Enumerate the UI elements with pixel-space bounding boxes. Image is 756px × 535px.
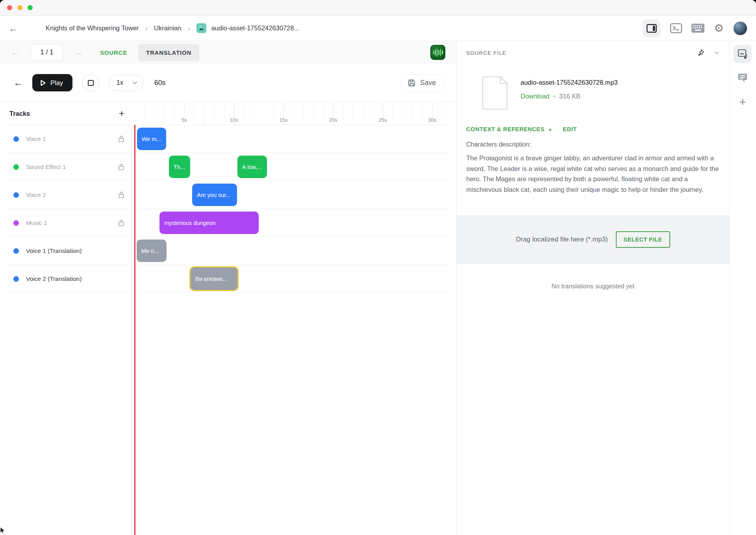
track-color-dot <box>13 248 19 254</box>
play-button[interactable]: Play <box>32 74 72 91</box>
track-row[interactable]: Voice 1 (Translation)Ми п... <box>0 237 456 265</box>
track-name: Music 1 <box>26 219 47 227</box>
timeline-clip[interactable]: Ви впевне... <box>191 268 237 290</box>
track-label: Sound Effect 1 <box>0 153 135 181</box>
view-bar: ← 1 / 1 → SOURCE TRANSLATION <box>0 41 456 64</box>
edit-link[interactable]: EDIT <box>563 126 576 132</box>
rewind-to-start-button[interactable]: ← <box>13 77 23 88</box>
ruler-tick <box>274 102 274 125</box>
playback-speed-select[interactable]: 1x <box>109 75 143 91</box>
lock-icon <box>118 191 124 199</box>
main-area: ← 1 / 1 → SOURCE TRANSLATION ← Play 1x <box>0 41 756 535</box>
lock-button[interactable] <box>118 191 124 199</box>
track-name: Voice 2 <box>26 191 46 199</box>
track-color-dot <box>13 164 19 170</box>
track-row[interactable]: Voice 1We m... <box>0 125 456 153</box>
user-avatar[interactable] <box>733 21 747 35</box>
ruler-label: 10s <box>229 117 239 123</box>
panel-layout-toggle-button[interactable] <box>643 19 661 37</box>
lock-button[interactable] <box>118 219 124 227</box>
mouse-cursor <box>0 527 6 534</box>
zoom-window-button[interactable] <box>28 5 33 10</box>
ruler-tick <box>393 102 393 125</box>
track-row[interactable]: Voice 2Are you sur... <box>0 181 456 209</box>
chevron-right-icon: › <box>145 24 148 33</box>
save-button[interactable]: Save <box>400 75 443 91</box>
timeline-clip[interactable]: A low,... <box>237 156 267 178</box>
track-label: Voice 1 <box>0 125 135 153</box>
track-row[interactable]: Voice 2 (Translation)Ви впевне... <box>0 265 456 293</box>
pin-icon[interactable] <box>696 48 705 57</box>
track-color-dot <box>13 220 19 226</box>
minimize-window-button[interactable] <box>17 5 22 10</box>
ruler-tick <box>422 102 423 125</box>
tab-source[interactable]: SOURCE <box>100 49 127 56</box>
stop-icon <box>88 80 94 86</box>
source-file-row: audio-asset-1755242630728.mp3 Download •… <box>457 65 729 110</box>
comments-tab-button[interactable] <box>737 73 748 84</box>
track-row[interactable]: Music 1mysterious dungeon <box>0 209 456 237</box>
prev-page-button[interactable]: ← <box>11 47 20 58</box>
timeline-clip[interactable]: Are you sur... <box>192 184 237 206</box>
select-file-button[interactable]: SELECT FILE <box>616 231 670 248</box>
next-page-button[interactable]: → <box>74 47 83 58</box>
keyboard-icon[interactable] <box>691 24 704 33</box>
comment-icon <box>737 73 748 83</box>
context-references-row: CONTEXT & REFERENCES ▸ EDIT <box>466 126 720 132</box>
ruler-tick <box>313 102 314 125</box>
ruler-tick <box>174 102 175 125</box>
localized-file-drop-zone[interactable]: Drag localized file here (*.mp3) SELECT … <box>457 215 729 264</box>
ruler-tick <box>165 102 165 125</box>
add-panel-button[interactable]: + <box>739 96 746 108</box>
menu-icon[interactable] <box>26 25 35 32</box>
document-icon <box>482 76 508 110</box>
ruler-tick <box>353 102 353 125</box>
tracks-header: Tracks + <box>0 102 135 125</box>
ruler-tick <box>303 102 304 125</box>
chevron-right-icon: › <box>188 24 191 33</box>
timeline-clip[interactable]: mysterious dungeon <box>159 212 259 234</box>
track-color-dot <box>13 276 19 282</box>
save-disk-icon <box>408 79 416 87</box>
close-window-button[interactable] <box>7 5 12 10</box>
page-indicator[interactable]: 1 / 1 <box>31 44 63 61</box>
timeline-clip[interactable]: Th... <box>169 156 190 178</box>
track-rows: Voice 1We m...Sound Effect 1Th...A low,.… <box>0 125 456 293</box>
tab-translation[interactable]: TRANSLATION <box>138 44 199 61</box>
timeline-clip[interactable]: Ми п... <box>137 240 167 262</box>
ruler-tick <box>323 102 324 125</box>
timeline-ruler: 5s10s15s20s25s30s <box>135 102 449 125</box>
collapse-chevron-icon[interactable] <box>714 51 719 54</box>
track-color-dot <box>13 136 19 142</box>
track-name: Sound Effect 1 <box>26 163 66 171</box>
ruler-tick <box>154 102 155 125</box>
ruler-tick <box>254 102 254 125</box>
track-color-dot <box>13 192 19 198</box>
play-icon <box>40 80 46 86</box>
track-row[interactable]: Sound Effect 1Th...A low,... <box>0 153 456 181</box>
playhead[interactable] <box>134 125 135 535</box>
back-button[interactable]: ← <box>9 24 18 33</box>
media-asset-tab-button[interactable] <box>734 45 752 63</box>
breadcrumb-language[interactable]: Ukrainian <box>154 24 182 32</box>
add-track-button[interactable]: + <box>119 109 124 118</box>
lock-button[interactable] <box>118 135 124 143</box>
stop-button[interactable] <box>82 74 99 91</box>
ruler-tick <box>373 102 373 125</box>
drop-zone-hint: Drag localized file here (*.mp3) <box>516 236 608 243</box>
timeline-clip[interactable]: We m... <box>137 128 166 150</box>
timeline-body: Tracks + 5s10s15s20s25s30s Voice 1We m..… <box>0 102 456 535</box>
lock-button[interactable] <box>118 163 124 171</box>
track-label: Voice 2 <box>0 181 135 209</box>
context-references-link[interactable]: CONTEXT & REFERENCES <box>466 126 545 132</box>
breadcrumb-project[interactable]: Knights of the Whispering Tower <box>46 24 139 32</box>
lock-icon <box>118 135 124 143</box>
track-name: Voice 2 (Translation) <box>26 275 82 282</box>
ruler-tick <box>413 102 413 125</box>
terminal-icon[interactable] <box>670 23 682 33</box>
download-link[interactable]: Download <box>521 93 549 100</box>
right-toolbar: + <box>729 41 756 535</box>
asset-image-icon <box>196 23 206 33</box>
settings-gear-icon[interactable]: ⚙ <box>714 23 724 34</box>
breadcrumb-asset[interactable]: audio-asset-1755242630728... <box>211 24 299 32</box>
